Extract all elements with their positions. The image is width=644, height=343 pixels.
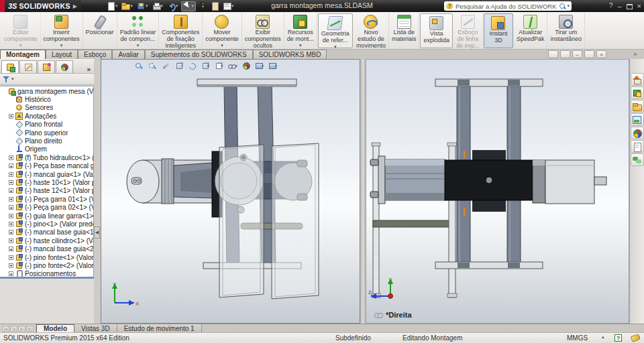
tree-item[interactable]: Plano direito — [0, 137, 93, 145]
command-tab[interactable]: Suplementos do SOLIDWORKS — [145, 50, 253, 59]
ribbon-button[interactable]: Novo estudo de movimento ▾ — [354, 13, 389, 49]
display-style-icon[interactable]: ▾ — [214, 61, 225, 71]
dropdown-caret-icon[interactable]: ▾ — [207, 64, 210, 69]
tree-item[interactable]: (-) pino fonte<2> (Valor pred — [0, 261, 93, 269]
tree-item[interactable]: garra montagem mesa (Valor pr — [0, 87, 93, 95]
viewport-right[interactable]: Y Z *Direita — [366, 59, 629, 324]
command-tab[interactable]: Layout — [46, 50, 78, 59]
task-pane-button[interactable] — [631, 127, 644, 139]
previous-view-icon[interactable]: ▾ — [174, 61, 184, 71]
assembly-model-isometric[interactable] — [101, 60, 360, 323]
tree-item[interactable]: (-) haste cilindro<1> (Valor p — [0, 236, 93, 245]
tree-item[interactable]: (-) Peça base mancal garra<1 — [0, 162, 93, 170]
help-button[interactable]: ? — [609, 0, 613, 12]
zoom-area-icon[interactable]: ▾ — [147, 61, 158, 71]
document-tab[interactable]: Modelo — [36, 324, 74, 332]
expand-toggle-icon[interactable] — [9, 205, 13, 210]
tree-item[interactable]: (-) mancal base guia<1> (Val — [0, 228, 93, 236]
prev-tab-icon[interactable]: ◂ — [10, 326, 17, 332]
minimize-button[interactable]: – — [617, 0, 621, 12]
restore-button[interactable] — [627, 4, 633, 9]
first-tab-icon[interactable]: |◂ — [2, 326, 9, 332]
tree-item[interactable]: Origem — [0, 145, 93, 153]
dropdown-caret-icon[interactable]: ▾ — [231, 3, 234, 9]
expand-toggle-icon[interactable] — [9, 197, 13, 202]
tag-icon[interactable] — [631, 334, 641, 342]
view-settings-icon[interactable]: ▾ — [268, 61, 278, 71]
expand-toggle-icon[interactable] — [9, 163, 13, 168]
command-tab[interactable]: Esboço — [78, 50, 112, 59]
panel-close-icon[interactable]: × — [631, 50, 640, 58]
tree-item[interactable]: Anotações — [0, 112, 93, 120]
units-caret-icon[interactable]: ▴ — [602, 334, 604, 340]
panel-collapse-handle[interactable]: ◀ — [94, 226, 100, 238]
dropdown-caret-icon[interactable]: ▾ — [161, 3, 164, 9]
ribbon-button[interactable]: Inserir componentes ▾ — [41, 13, 83, 49]
dropdown-caret-icon[interactable]: ▾ — [137, 44, 140, 47]
tree-item[interactable]: (-) guia linear garra<1> (Valo — [0, 212, 93, 220]
expand-toggle-icon[interactable] — [9, 222, 13, 226]
edit-appearance-icon[interactable]: ▾ — [241, 61, 252, 71]
close-window-icon[interactable]: × — [596, 50, 606, 58]
minimize-window-icon[interactable]: – — [572, 50, 582, 58]
command-tab[interactable]: Montagem — [0, 50, 46, 59]
apply-scene-icon[interactable]: ▾ — [254, 61, 265, 71]
window-pane-icon[interactable] — [548, 50, 558, 58]
tree-item[interactable]: (-) haste 12<1> (Valor predet — [0, 187, 93, 195]
command-tab[interactable]: SOLIDWORKS MBD — [253, 50, 327, 59]
ribbon-button[interactable]: Padrão linear de compon... ▾ — [117, 13, 160, 49]
viewport-left[interactable]: ▾ ▾ ▾ ▾ — [101, 59, 360, 324]
quick-access-button[interactable]: ▾ — [209, 1, 220, 11]
document-tab[interactable]: Vistas 3D — [74, 324, 117, 332]
quick-access-button[interactable]: ▾ — [221, 1, 235, 11]
dropdown-caret-icon[interactable]: ▾ — [334, 45, 337, 48]
tree-item[interactable]: (-) Peça garra 02<1> (Valor p — [0, 203, 93, 211]
feature-manager-tab[interactable] — [1, 60, 19, 73]
dropdown-caret-icon[interactable]: ▾ — [176, 3, 178, 9]
task-pane-button[interactable] — [631, 86, 644, 99]
feature-manager-tab[interactable] — [38, 60, 55, 73]
ribbon-button[interactable]: Exibir componentes ocultos ▾ — [242, 13, 284, 49]
assembly-model-right-view[interactable] — [366, 60, 629, 323]
dropdown-caret-icon[interactable]: ▾ — [19, 44, 22, 47]
close-button[interactable]: × — [637, 0, 641, 12]
window-cascade-icon[interactable] — [560, 50, 570, 58]
task-pane-button[interactable] — [631, 73, 644, 86]
task-pane-button[interactable] — [631, 100, 644, 113]
tree-item[interactable]: Plano frontal — [0, 121, 93, 129]
ribbon-button[interactable]: Lista de materiais ▾ — [389, 13, 420, 49]
ribbon-button[interactable]: Tirar um instantâneo ▾ — [547, 13, 585, 49]
tree-item[interactable]: Histórico — [0, 95, 93, 103]
expand-toggle-icon[interactable] — [9, 247, 13, 251]
quick-tips-icon[interactable]: ? — [614, 334, 622, 342]
ribbon-button[interactable]: Geometria de refer... ▾ — [318, 13, 353, 48]
units-status[interactable]: MMGS — [567, 334, 588, 342]
help-search-box[interactable]: ? Pesquisar a Ajuda do SOLIDWORKS ▾ — [444, 1, 572, 11]
ribbon-button[interactable]: Atualizar SpeedPak ▾ — [514, 13, 548, 49]
expand-toggle-icon[interactable] — [9, 238, 13, 243]
quick-access-button[interactable]: ▾ — [166, 1, 180, 11]
tree-item[interactable]: (-) pino fonte<1> (Valor pred — [0, 253, 93, 261]
dropdown-caret-icon[interactable]: ▾ — [115, 3, 118, 9]
tree-item[interactable]: (-) haste 10<1> (Valor predet — [0, 178, 93, 186]
ribbon-button[interactable]: Recursos de mont... ▾ — [284, 13, 317, 49]
tree-item[interactable]: (-) mancal guia<1> (Valor pr — [0, 170, 93, 178]
ribbon-button[interactable]: Vista explodida ▾ — [420, 13, 453, 48]
ribbon-button[interactable]: Editar componente ▾ — [1, 13, 41, 49]
ribbon-button[interactable]: Esboço de linha de exp... ▾ — [453, 13, 483, 49]
expand-toggle-icon[interactable] — [9, 230, 13, 234]
menu-flyout-arrow-icon[interactable]: ▶ — [73, 3, 77, 9]
dropdown-caret-icon[interactable]: ▾ — [299, 44, 302, 47]
expand-toggle-icon[interactable] — [9, 180, 13, 185]
expand-toggle-icon[interactable] — [9, 155, 13, 160]
tree-item[interactable]: (-) Peça garra 01<1> (Valor p — [0, 195, 93, 203]
document-tab[interactable]: Estudo de movimento 1 — [117, 324, 202, 332]
ribbon-button[interactable]: Posicionar ▾ — [83, 13, 117, 49]
feature-manager-tab[interactable] — [19, 60, 37, 73]
expand-toggle-icon[interactable] — [9, 271, 13, 276]
expand-toggle-icon[interactable] — [9, 188, 13, 193]
hide-show-items-icon[interactable]: ▾ — [227, 61, 238, 71]
expand-toggle-icon[interactable] — [9, 214, 13, 218]
ribbon-button[interactable]: Instant 3D ▾ — [484, 13, 513, 48]
expand-toggle-icon[interactable] — [9, 263, 13, 268]
